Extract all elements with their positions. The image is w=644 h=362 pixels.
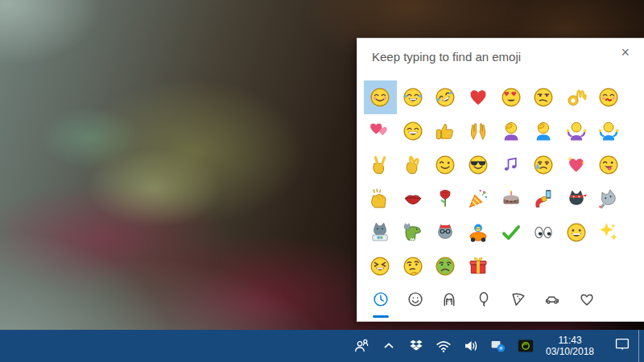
emoji-crying-face[interactable]	[527, 148, 560, 182]
emoji-face-blowing-a-kiss[interactable]	[592, 80, 625, 114]
tray-volume[interactable]	[457, 330, 485, 362]
emoji-hipster-cat[interactable]	[429, 216, 462, 249]
emoji-thumbs-up[interactable]	[429, 114, 462, 148]
blue-app-icon	[490, 338, 506, 354]
nvidia-icon	[518, 338, 534, 354]
emoji-musical-notes[interactable]	[494, 148, 527, 182]
car-icon	[543, 290, 561, 311]
emoji-party-popper[interactable]	[462, 182, 495, 216]
heart-icon	[578, 290, 596, 311]
emoji-rolling-on-the-floor-laughing[interactable]	[429, 80, 462, 114]
volume-icon	[463, 338, 479, 354]
category-symbols[interactable]	[570, 288, 605, 314]
person-icon	[440, 290, 458, 311]
emoji-man-facepalming[interactable]	[527, 114, 560, 148]
clock-time: 11:43	[558, 335, 581, 346]
category-recently-used[interactable]	[364, 288, 398, 314]
smiley-icon	[407, 290, 424, 311]
taskbar-clock[interactable]: 11:43 03/10/2018	[535, 330, 605, 362]
show-desktop-button[interactable]	[638, 330, 644, 362]
emoji-grid	[364, 80, 625, 283]
clock-date: 03/10/2018	[546, 346, 594, 357]
emoji-panel-header: Keep typing to find an emoji ×	[357, 39, 644, 74]
selected-category-underline	[373, 315, 389, 318]
emoji-winking-face[interactable]	[429, 148, 462, 182]
emoji-ok-hand[interactable]	[560, 80, 593, 114]
emoji-nauseated-face[interactable]	[429, 249, 462, 283]
emoji-winking-face-with-tongue[interactable]	[592, 148, 625, 182]
clock-icon	[372, 290, 390, 311]
emoji-smiling-face-with-heart-eyes[interactable]	[494, 80, 527, 114]
emoji-woman-shrugging[interactable]	[560, 114, 593, 148]
emoji-eyes[interactable]	[527, 216, 560, 249]
emoji-dino-cat[interactable]	[397, 216, 430, 249]
emoji-unamused-face[interactable]	[527, 80, 560, 114]
emoji-thinking-face[interactable]	[397, 249, 430, 283]
pizza-icon	[510, 290, 527, 311]
tray-people[interactable]	[348, 330, 375, 362]
emoji-category-bar	[364, 288, 604, 314]
emoji-smiling-face-with-sunglasses[interactable]	[462, 148, 495, 182]
emoji-smiling-face-with-smiling-eyes[interactable]	[364, 80, 397, 114]
emoji-grinning-squinting-face[interactable]	[364, 249, 397, 283]
emoji-astro-cat[interactable]	[592, 182, 625, 216]
emoji-raising-hands[interactable]	[462, 114, 495, 148]
emoji-birthday-cake[interactable]	[494, 182, 527, 216]
category-food-plants[interactable]	[501, 288, 535, 314]
balloon-icon	[475, 290, 493, 311]
system-tray	[348, 330, 539, 362]
tray-show-hidden-icons[interactable]	[375, 330, 402, 362]
emoji-sparkling-heart[interactable]	[560, 148, 593, 182]
emoji-crossed-fingers[interactable]	[397, 148, 430, 182]
emoji-rose[interactable]	[429, 182, 462, 216]
category-celebrations-objects[interactable]	[467, 288, 502, 314]
emoji-kiss-mark[interactable]	[397, 182, 430, 216]
emoji-beaming-face-with-smiling-eyes[interactable]	[397, 114, 430, 148]
people-icon	[353, 338, 369, 354]
emoji-man-shrugging[interactable]	[592, 114, 625, 148]
emoji-stunt-cat[interactable]	[462, 216, 495, 249]
emoji-check-mark[interactable]	[494, 216, 527, 249]
action-center-icon	[614, 336, 630, 356]
tray-network-wifi[interactable]	[430, 330, 457, 362]
emoji-face-with-tears-of-joy[interactable]	[397, 80, 430, 114]
action-center-button[interactable]	[607, 330, 638, 362]
desktop-screen: Keep typing to find an emoji × 11:43 03/…	[0, 0, 644, 362]
close-icon[interactable]: ×	[617, 43, 633, 61]
category-people[interactable]	[432, 288, 467, 314]
emoji-selfie[interactable]	[527, 182, 560, 216]
taskbar: 11:43 03/10/2018	[0, 330, 644, 362]
emoji-two-hearts[interactable]	[364, 114, 397, 148]
emoji-panel-title: Keep typing to find an emoji	[372, 50, 521, 64]
emoji-grinning-face[interactable]	[560, 216, 593, 249]
tray-system-app[interactable]	[485, 330, 512, 362]
emoji-picker-panel: Keep typing to find an emoji ×	[357, 38, 644, 322]
emoji-woman-facepalming[interactable]	[494, 114, 527, 148]
emoji-sparkles[interactable]	[592, 216, 625, 249]
emoji-ninja-cat[interactable]	[560, 182, 593, 216]
emoji-red-heart[interactable]	[462, 80, 495, 114]
wifi-icon	[436, 338, 452, 354]
tray-dropbox[interactable]	[402, 330, 430, 362]
emoji-wrapped-gift[interactable]	[462, 249, 495, 283]
chevron-up-icon	[381, 338, 397, 354]
category-transportation-places[interactable]	[535, 288, 570, 314]
dropbox-icon	[408, 338, 424, 354]
emoji-hacker-cat[interactable]	[364, 216, 397, 249]
category-smiley-faces[interactable]	[398, 288, 433, 314]
emoji-clapping-hands[interactable]	[364, 182, 397, 216]
emoji-victory-hand[interactable]	[364, 148, 397, 182]
